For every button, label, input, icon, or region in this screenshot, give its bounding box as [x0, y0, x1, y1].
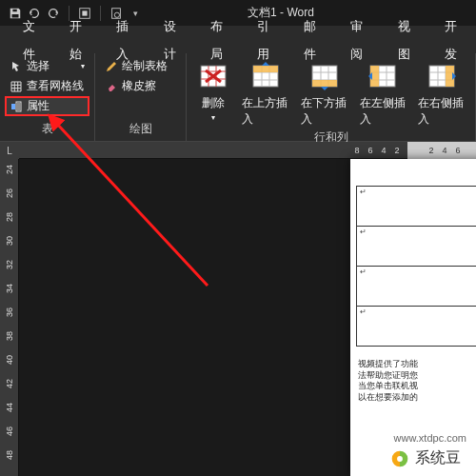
watermark-url: www.xtdpc.com — [394, 432, 466, 444]
group-draw: 绘制表格 橡皮擦 绘图 — [95, 53, 187, 141]
page: ↵ ↵ ↵ ↵ 视频提供了功能 法帮助您证明您 当您单击联机视 以在想要添加的 — [350, 159, 476, 476]
ruler-tick: 46 — [5, 422, 14, 441]
ruler-tick: 6 — [364, 146, 377, 155]
pencil-icon — [105, 60, 118, 73]
group-table: 选择 ▾ 查看网格线 属性 表 — [0, 53, 95, 141]
insert-above-label: 在上方插入 — [242, 95, 289, 128]
svg-rect-4 — [11, 104, 15, 109]
ruler-tick: 2 — [425, 146, 438, 155]
horizontal-ruler[interactable]: 8 6 4 2 2 4 6 — [19, 142, 476, 159]
delete-button[interactable]: 删除 ▾ — [192, 57, 234, 128]
watermark: 系统豆 — [381, 445, 470, 472]
svg-rect-10 — [312, 80, 337, 87]
insert-right-label: 在右侧插入 — [418, 95, 466, 128]
delete-icon — [196, 59, 230, 93]
table-cell[interactable]: ↵ — [357, 307, 477, 347]
ruler-tick: 28 — [5, 208, 14, 227]
ruler-tick: 48 — [5, 446, 14, 465]
view-gridlines-button[interactable]: 查看网格线 — [6, 77, 89, 95]
insert-left-label: 在左侧插入 — [360, 95, 407, 128]
properties-button[interactable]: 属性 — [6, 97, 89, 115]
insert-right-icon — [425, 59, 459, 93]
ruler-tick: 42 — [5, 374, 14, 393]
ruler-tick: 34 — [5, 279, 14, 298]
table-cell[interactable]: ↵ — [357, 227, 477, 267]
group-rows-cols: 删除 ▾ 在上方插入 在下方插入 在左侧插入 — [187, 53, 476, 141]
svg-point-16 — [397, 456, 403, 462]
ruler-corner: L — [0, 142, 19, 159]
text-line: 视频提供了功能 — [358, 359, 476, 370]
vertical-ruler[interactable]: 24 26 28 30 32 34 36 38 40 42 44 46 48 — [0, 159, 19, 476]
text-line: 以在想要添加的 — [358, 392, 476, 404]
grid-icon — [10, 80, 23, 93]
insert-below-label: 在下方插入 — [301, 95, 348, 128]
ruler-tick: 30 — [5, 231, 14, 250]
ruler-tick: 2 — [390, 146, 404, 155]
ruler-tick: 26 — [5, 184, 14, 203]
eraser-icon — [105, 80, 118, 93]
page-canvas[interactable]: ↵ ↵ ↵ ↵ 视频提供了功能 法帮助您证明您 当您单击联机视 以在想要添加的 — [19, 159, 476, 476]
properties-icon — [10, 100, 23, 113]
document-area: L 8 6 4 2 2 4 6 24 26 28 30 32 34 36 38 … — [0, 142, 476, 476]
ruler-tick: 4 — [377, 146, 390, 155]
ruler-tick: 40 — [5, 350, 14, 369]
select-label: 选择 — [27, 58, 50, 74]
ruler-tick: 6 — [451, 146, 465, 155]
eraser-button[interactable]: 橡皮擦 — [101, 77, 180, 95]
eraser-label: 橡皮擦 — [122, 78, 156, 94]
draw-table-label: 绘制表格 — [122, 58, 168, 74]
select-button[interactable]: 选择 ▾ — [6, 57, 89, 75]
text-line: 当您单击联机视 — [358, 381, 476, 392]
ruler-tick: 4 — [438, 146, 451, 155]
document-table[interactable]: ↵ ↵ ↵ ↵ — [356, 186, 476, 347]
ribbon: 选择 ▾ 查看网格线 属性 表 绘制 — [0, 53, 476, 142]
text-line: 法帮助您证明您 — [358, 370, 476, 382]
ribbon-tabs: 文件 开始 插入 设计 布局 引用 邮件 审阅 视图 开发 — [0, 26, 476, 53]
insert-above-button[interactable]: 在上方插入 — [238, 57, 293, 128]
draw-table-button[interactable]: 绘制表格 — [101, 57, 180, 75]
chevron-down-icon: ▾ — [211, 113, 215, 122]
insert-below-button[interactable]: 在下方插入 — [297, 57, 352, 128]
insert-right-button[interactable]: 在右侧插入 — [414, 57, 469, 128]
group-draw-label: 绘图 — [101, 119, 180, 141]
insert-left-icon — [366, 59, 400, 93]
insert-left-button[interactable]: 在左侧插入 — [356, 57, 411, 128]
chevron-down-icon: ▾ — [81, 62, 85, 70]
properties-label: 属性 — [27, 98, 50, 114]
insert-below-icon — [307, 59, 342, 93]
gridlines-label: 查看网格线 — [27, 78, 84, 94]
ruler-tick: 8 — [350, 146, 364, 155]
pointer-icon — [10, 60, 23, 73]
ruler-tick: 38 — [5, 327, 14, 346]
table-cell[interactable]: ↵ — [357, 267, 477, 307]
ruler-tick: 44 — [5, 398, 14, 417]
ruler-tick: 24 — [5, 160, 14, 179]
ruler-tick: 32 — [5, 255, 14, 274]
insert-above-icon — [248, 59, 283, 93]
paragraph[interactable]: 视频提供了功能 法帮助您证明您 当您单击联机视 以在想要添加的 — [358, 359, 476, 404]
ruler-tick: 36 — [5, 303, 14, 322]
watermark-text: 系统豆 — [415, 448, 461, 468]
group-table-label: 表 — [6, 119, 89, 141]
table-cell[interactable]: ↵ — [357, 187, 477, 227]
svg-rect-8 — [253, 66, 278, 72]
delete-label: 删除 — [202, 95, 225, 111]
watermark-logo-icon — [390, 449, 409, 468]
